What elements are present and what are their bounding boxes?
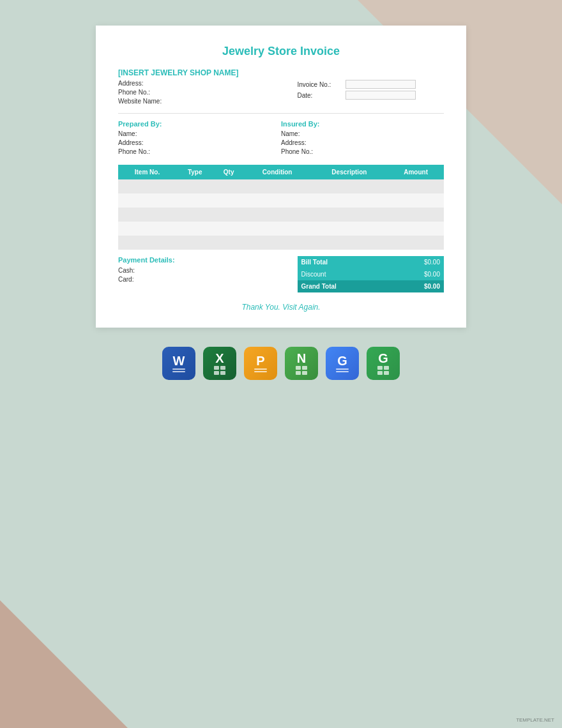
top-info-section: Address: Phone No.: Website Name: Invoic… [118,80,444,107]
cell [388,222,444,236]
cell [118,179,176,193]
cell [244,236,311,250]
cell [118,208,176,222]
col-type: Type [176,165,214,179]
address-label: Address: [118,80,166,87]
prepared-by-col: Prepared By: Name: Address: Phone No.: [118,120,281,157]
prepared-address-label: Address: [118,139,166,146]
date-row: Date: [298,91,444,100]
cell [388,193,444,208]
prepared-address-row: Address: [118,139,281,146]
cell [244,208,311,222]
table-row [118,193,444,208]
payment-section: Payment Details: Cash: Card: Bill Total … [118,256,444,292]
insured-by-heading: Insured By: [281,120,444,128]
phone-row: Phone No.: [118,89,298,96]
bill-total-value: $0.00 [392,256,444,268]
cell [214,193,244,208]
website-label: Website Name: [118,98,166,105]
table-row [118,222,444,236]
cell [118,193,176,208]
insured-phone-row: Phone No.: [281,148,444,155]
table-body [118,179,444,250]
invoice-title: Jewelry Store Invoice [118,45,444,58]
discount-value: $0.00 [392,268,444,280]
cell [244,222,311,236]
insured-address-label: Address: [281,139,329,146]
google-docs-icon[interactable]: G [326,347,359,380]
thank-you-message: Thank You. Visit Again. [118,303,444,312]
excel-icon[interactable]: X [203,347,236,380]
app-icons-row: W X P [162,347,400,380]
cell [311,208,388,222]
cell [214,208,244,222]
card-label: Card: [118,276,166,283]
cell [118,222,176,236]
cell [214,236,244,250]
grand-total-value: $0.00 [392,280,444,292]
grand-total-label: Grand Total [298,280,392,292]
table-row [118,179,444,193]
insured-name-row: Name: [281,130,444,137]
table-row [118,208,444,222]
address-row: Address: [118,80,298,87]
cell [388,208,444,222]
cell [244,193,311,208]
word-icon[interactable]: W [162,347,195,380]
cell [388,179,444,193]
insured-name-label: Name: [281,130,329,137]
prepared-name-row: Name: [118,130,281,137]
prepared-by-heading: Prepared By: [118,120,281,128]
invoice-no-row: Invoice No.: [298,80,444,89]
cell [176,193,214,208]
pages-icon[interactable]: P [244,347,277,380]
totals-table: Bill Total $0.00 Discount $0.00 Grand To… [298,256,444,292]
col-description: Description [311,165,388,179]
phone-label: Phone No.: [118,89,166,96]
invoice-no-input[interactable] [346,80,416,89]
cell [244,179,311,193]
bill-total-row: Bill Total $0.00 [298,256,444,268]
prepared-insured-section: Prepared By: Name: Address: Phone No.: I… [118,120,444,157]
invoice-no-label: Invoice No.: [298,81,346,88]
cell [176,208,214,222]
shop-name: [INSERT JEWELRY SHOP NAME] [118,68,444,77]
date-input[interactable] [346,91,416,100]
info-right: Invoice No.: Date: [298,80,444,107]
discount-label: Discount [298,268,392,280]
table-header-row: Item No. Type Qty Condition Description … [118,165,444,179]
cell [311,193,388,208]
cell [176,222,214,236]
table-head: Item No. Type Qty Condition Description … [118,165,444,179]
cell [176,179,214,193]
cell [311,222,388,236]
cell [118,236,176,250]
discount-row: Discount $0.00 [298,268,444,280]
bill-total-label: Bill Total [298,256,392,268]
info-left: Address: Phone No.: Website Name: [118,80,298,107]
insured-phone-label: Phone No.: [281,148,329,155]
col-amount: Amount [388,165,444,179]
prepared-name-label: Name: [118,130,166,137]
invoice-table: Item No. Type Qty Condition Description … [118,165,444,250]
website-row: Website Name: [118,98,298,105]
cell [214,222,244,236]
table-row [118,236,444,250]
google-sheets-icon[interactable]: G [367,347,400,380]
divider-1 [118,113,444,114]
payment-heading: Payment Details: [118,256,281,264]
cell [214,179,244,193]
cell [311,236,388,250]
col-condition: Condition [244,165,311,179]
numbers-icon[interactable]: N [285,347,318,380]
page-container: Jewelry Store Invoice [INSERT JEWELRY SH… [0,0,562,728]
prepared-phone-label: Phone No.: [118,148,166,155]
cash-row: Cash: [118,267,281,274]
insured-by-col: Insured By: Name: Address: Phone No.: [281,120,444,157]
payment-left: Payment Details: Cash: Card: [118,256,281,285]
card-row: Card: [118,276,281,283]
grand-total-row: Grand Total $0.00 [298,280,444,292]
cash-label: Cash: [118,267,166,274]
col-item-no: Item No. [118,165,176,179]
insured-address-row: Address: [281,139,444,146]
